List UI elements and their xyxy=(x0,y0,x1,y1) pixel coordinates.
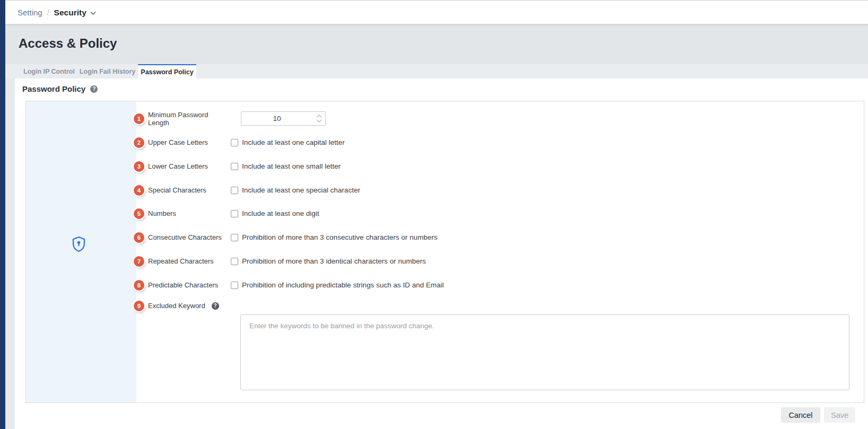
breadcrumb-item-security[interactable]: Security xyxy=(54,8,86,17)
policy-row-excluded-keyword: 9 Excluded Keyword ? xyxy=(134,294,219,318)
step-badge: 5 xyxy=(134,208,144,219)
cancel-button[interactable]: Cancel xyxy=(781,407,820,423)
checkbox-label: Prohibition of including predictable str… xyxy=(242,281,444,289)
help-icon[interactable]: ? xyxy=(212,302,219,310)
left-nav-rail xyxy=(0,0,5,429)
step-badge: 2 xyxy=(134,137,144,148)
step-badge: 7 xyxy=(134,256,144,267)
row-label: Predictable Characters xyxy=(148,281,231,289)
security-settings-page: Setting / Security Access & Policy Login… xyxy=(0,0,868,429)
min-length-input[interactable] xyxy=(241,112,325,125)
tab-login-ip-control[interactable]: Login IP Control xyxy=(21,64,77,78)
breadcrumb-item-setting[interactable]: Setting xyxy=(18,8,42,17)
row-label: Minimum Password Length xyxy=(148,111,231,127)
policy-row-repeated-characters: 7 Repeated Characters Prohibition of mor… xyxy=(134,249,426,273)
footer-actions: Cancel Save xyxy=(781,407,855,423)
checkbox-label: Include at least one capital letter xyxy=(242,138,345,146)
page-title: Access & Policy xyxy=(5,24,868,51)
save-button[interactable]: Save xyxy=(824,407,855,423)
row-label: Upper Case Letters xyxy=(148,138,231,146)
lower-case-checkbox[interactable] xyxy=(231,163,238,170)
chevron-down-icon xyxy=(316,119,322,122)
page-header: Access & Policy xyxy=(5,24,868,64)
breadcrumb: Setting / Security xyxy=(5,1,868,24)
predictable-characters-checkbox[interactable] xyxy=(231,282,238,289)
step-badge: 3 xyxy=(134,161,144,172)
policy-row-consecutive-characters: 6 Consecutive Characters Prohibition of … xyxy=(134,225,437,249)
checkbox-label: Prohibition of more than 3 identical cha… xyxy=(242,257,426,265)
checkbox-label: Include at least one small letter xyxy=(242,162,341,170)
chevron-down-icon[interactable] xyxy=(90,11,96,15)
section-header: Password Policy ? xyxy=(22,84,98,93)
step-badge: 4 xyxy=(134,185,144,196)
special-characters-checkbox[interactable] xyxy=(231,187,238,194)
row-label: Numbers xyxy=(148,209,231,217)
stepper-up-button[interactable] xyxy=(316,115,322,118)
step-badge: 1 xyxy=(134,113,144,124)
min-length-stepper xyxy=(241,111,326,126)
checkbox-label: Include at least one special character xyxy=(242,186,360,194)
row-label: Special Characters xyxy=(148,186,231,194)
checkbox-label: Include at least one digit xyxy=(242,209,319,217)
policy-row-numbers: 5 Numbers Include at least one digit xyxy=(134,202,319,225)
tab-bar: Login IP Control Login Fail History Pass… xyxy=(5,64,868,78)
tab-login-fail-history[interactable]: Login Fail History xyxy=(77,64,138,78)
step-badge: 8 xyxy=(134,280,144,291)
password-policy-panel: 1 Minimum Password Length xyxy=(25,101,864,403)
illustration-column xyxy=(26,101,136,402)
repeated-characters-checkbox[interactable] xyxy=(231,258,238,265)
excluded-keyword-textarea[interactable] xyxy=(240,314,849,390)
step-badge: 9 xyxy=(134,301,144,311)
stepper-down-button[interactable] xyxy=(316,119,322,122)
policy-row-special-characters: 4 Special Characters Include at least on… xyxy=(134,178,360,202)
policy-row-lower-case: 3 Lower Case Letters Include at least on… xyxy=(134,154,341,178)
shield-lock-icon xyxy=(72,236,86,252)
section-title: Password Policy xyxy=(22,84,85,93)
tab-password-policy[interactable]: Password Policy xyxy=(138,64,196,78)
left-gutter xyxy=(5,78,15,429)
stepper-arrows xyxy=(314,112,324,125)
policy-row-min-length: 1 Minimum Password Length xyxy=(134,107,326,130)
row-label: Consecutive Characters xyxy=(148,233,231,241)
step-badge: 6 xyxy=(134,232,144,243)
breadcrumb-separator: / xyxy=(47,8,49,17)
row-label: Lower Case Letters xyxy=(148,162,231,170)
row-label: Repeated Characters xyxy=(148,257,231,265)
consecutive-characters-checkbox[interactable] xyxy=(231,234,238,241)
help-icon[interactable]: ? xyxy=(90,85,98,93)
policy-row-upper-case: 2 Upper Case Letters Include at least on… xyxy=(134,130,345,154)
numbers-checkbox[interactable] xyxy=(231,210,238,217)
upper-case-checkbox[interactable] xyxy=(231,139,238,146)
chevron-up-icon xyxy=(316,115,322,118)
checkbox-label: Prohibition of more than 3 consecutive c… xyxy=(242,233,437,241)
row-label: Excluded Keyword xyxy=(148,302,205,310)
